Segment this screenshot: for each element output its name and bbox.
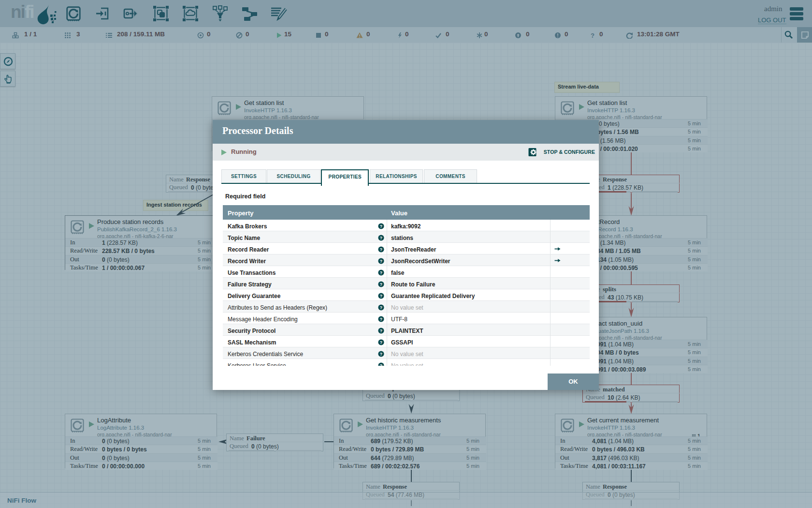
svg-text:?: ? (380, 340, 382, 345)
svg-text:?: ? (380, 236, 382, 240)
svg-text:?: ? (380, 259, 382, 264)
svg-text:?: ? (380, 305, 382, 310)
svg-text:?: ? (380, 317, 382, 322)
svg-text:?: ? (380, 294, 382, 299)
svg-text:?: ? (380, 282, 382, 287)
svg-text:?: ? (380, 247, 382, 252)
svg-text:?: ? (380, 224, 382, 229)
svg-text:?: ? (380, 363, 382, 366)
svg-text:?: ? (380, 270, 382, 275)
svg-text:?: ? (380, 329, 382, 333)
svg-text:?: ? (380, 352, 382, 357)
